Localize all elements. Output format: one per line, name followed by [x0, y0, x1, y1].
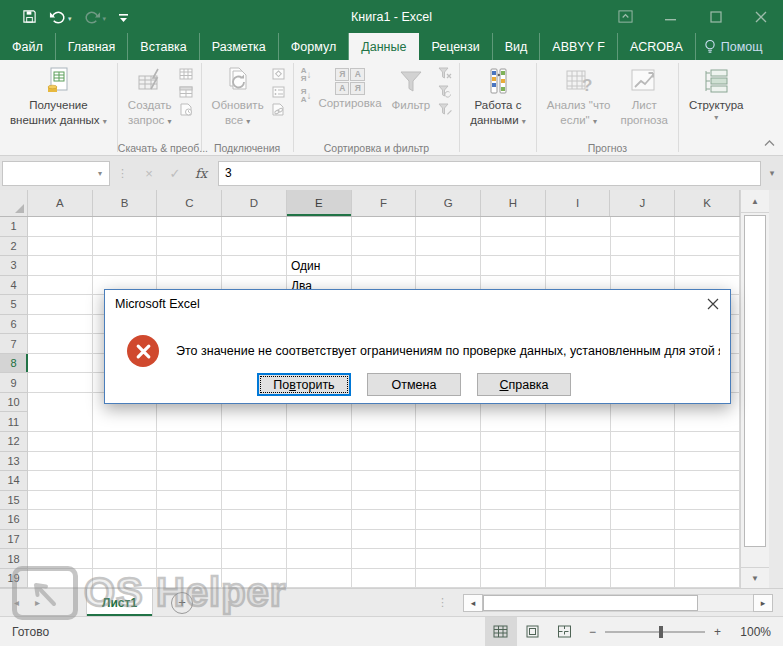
zoom-level[interactable]: 100% [729, 625, 783, 639]
row-header-16[interactable]: 16 [0, 510, 27, 530]
select-all-corner[interactable] [0, 190, 28, 216]
filter-button[interactable]: Фильтр [387, 63, 436, 115]
horizontal-scroll-track[interactable] [483, 594, 753, 612]
from-table-icon[interactable] [179, 85, 194, 98]
horizontal-scroll-thumb[interactable] [483, 595, 698, 611]
get-external-data-button[interactable]: Получение внешних данных ▾ [5, 63, 112, 130]
zoom-slider-handle[interactable] [659, 626, 663, 638]
recent-sources-icon[interactable] [179, 103, 194, 116]
tab-scrollbar-splitter[interactable]: ⋮ [437, 596, 463, 609]
prev-sheet-icon[interactable]: ◂ [14, 597, 19, 608]
row-header-7[interactable]: 7 [0, 334, 27, 354]
dialog-button-2[interactable]: Справка [477, 373, 571, 396]
ribbon-tab-3[interactable]: Разметка [200, 33, 279, 60]
column-header-D[interactable]: D [222, 190, 287, 216]
row-header-5[interactable]: 5 [0, 295, 27, 315]
connections-icon[interactable] [271, 85, 286, 98]
formula-input[interactable]: 3 [218, 161, 761, 186]
scroll-down-icon[interactable]: ▼ [741, 567, 769, 588]
redo-button[interactable]: ▾ [84, 10, 107, 24]
row-header-15[interactable]: 15 [0, 491, 27, 511]
next-sheet-icon[interactable]: ▸ [35, 597, 40, 608]
column-header-A[interactable]: A [28, 190, 93, 216]
row-header-18[interactable]: 18 [0, 549, 27, 569]
ribbon-tab-0[interactable]: Файл [0, 33, 56, 60]
vertical-scroll-thumb[interactable] [744, 215, 766, 547]
column-header-J[interactable]: J [610, 190, 675, 216]
normal-view-button[interactable] [485, 617, 517, 646]
ribbon-tab-2[interactable]: Вставка [128, 33, 199, 60]
row-header-2[interactable]: 2 [0, 237, 27, 257]
row-header-11[interactable]: 11 [0, 412, 27, 432]
column-header-G[interactable]: G [416, 190, 481, 216]
page-break-view-button[interactable] [549, 617, 581, 646]
row-header-12[interactable]: 12 [0, 432, 27, 452]
cell-E3[interactable]: Один [291, 259, 320, 273]
column-header-K[interactable]: K [675, 190, 740, 216]
add-sheet-button[interactable]: + [171, 592, 193, 614]
column-header-E[interactable]: E [287, 190, 352, 216]
zoom-out-icon[interactable]: − [589, 625, 596, 639]
refresh-all-button[interactable]: Обновить все ▾ [207, 63, 269, 130]
undo-dropdown-icon[interactable]: ▾ [68, 14, 72, 24]
outline-button[interactable]: Структура ▾ [684, 63, 749, 125]
row-header-13[interactable]: 13 [0, 452, 27, 472]
ribbon-tab-1[interactable]: Главная [56, 33, 129, 60]
ribbon-tab-8[interactable]: ABBYY F [540, 33, 618, 60]
row-header-19[interactable]: 19 [0, 569, 27, 589]
advanced-filter-icon[interactable] [437, 103, 452, 116]
expand-formula-bar-icon[interactable]: ▾ [761, 168, 783, 178]
collapse-ribbon-icon[interactable] [764, 133, 775, 151]
close-window-icon[interactable] [738, 0, 783, 33]
edit-links-icon[interactable] [271, 103, 286, 116]
minimize-icon[interactable] [648, 0, 693, 33]
save-icon[interactable] [22, 9, 37, 24]
horizontal-scrollbar[interactable]: ◂ ▸ [463, 589, 783, 616]
row-header-9[interactable]: 9 [0, 373, 27, 393]
scroll-right-icon[interactable]: ▸ [753, 594, 773, 612]
page-layout-view-button[interactable] [517, 617, 549, 646]
zoom-in-icon[interactable]: + [714, 625, 721, 639]
ribbon-tab-9[interactable]: ACROBA [618, 33, 696, 60]
new-query-button[interactable]: Создать запрос ▾ [123, 63, 177, 130]
ribbon-tab-5[interactable]: Данные [349, 33, 419, 60]
row-header-10[interactable]: 10 [0, 393, 27, 413]
column-header-F[interactable]: F [352, 190, 417, 216]
vertical-scrollbar[interactable]: ▲ ▼ [740, 190, 769, 588]
customize-qat-button[interactable] [118, 11, 129, 23]
column-header-B[interactable]: B [93, 190, 158, 216]
ribbon-tab-7[interactable]: Вид [493, 33, 541, 60]
sort-descending-icon[interactable]: ЯА ↓ [301, 88, 312, 104]
name-box-dropdown-icon[interactable]: ▾ [91, 169, 109, 178]
row-header-17[interactable]: 17 [0, 530, 27, 550]
dialog-close-icon[interactable] [696, 290, 730, 317]
sort-button[interactable]: ЯААЯ Сортировка [313, 63, 386, 113]
clear-filter-icon[interactable] [437, 67, 452, 80]
dialog-button-0[interactable]: Повторить [257, 373, 351, 396]
sheet-tab-list1[interactable]: Лист1 [86, 589, 153, 616]
column-header-I[interactable]: I [546, 190, 611, 216]
undo-button[interactable]: ▾ [49, 10, 72, 24]
cancel-entry-icon[interactable]: × [136, 166, 162, 181]
row-header-8[interactable]: 8 [0, 354, 27, 374]
column-header-C[interactable]: C [157, 190, 222, 216]
properties-icon[interactable] [271, 67, 286, 80]
insert-function-icon[interactable]: fx [188, 166, 214, 181]
maximize-icon[interactable] [693, 0, 738, 33]
scroll-up-icon[interactable]: ▲ [741, 190, 769, 213]
row-header-3[interactable]: 3 [0, 256, 27, 276]
row-header-1[interactable]: 1 [0, 217, 27, 237]
ribbon-tab-4[interactable]: Формул [279, 33, 349, 60]
zoom-slider[interactable] [605, 631, 705, 633]
confirm-entry-icon[interactable]: ✓ [162, 166, 188, 181]
row-header-4[interactable]: 4 [0, 276, 27, 296]
what-if-analysis-button[interactable]: ? Анализ "что если" ▾ [542, 63, 616, 130]
data-tools-button[interactable]: Работа с данными ▾ [465, 63, 531, 130]
sign-in-button[interactable]: Вход [771, 33, 783, 60]
name-box[interactable]: ▾ [2, 161, 110, 186]
sort-ascending-icon[interactable]: АЯ ↓ [301, 67, 312, 83]
tell-me-help[interactable]: Помощ [696, 33, 771, 60]
reapply-filter-icon[interactable] [437, 85, 452, 98]
ribbon-display-options-icon[interactable] [603, 0, 648, 33]
show-queries-icon[interactable] [179, 67, 194, 80]
